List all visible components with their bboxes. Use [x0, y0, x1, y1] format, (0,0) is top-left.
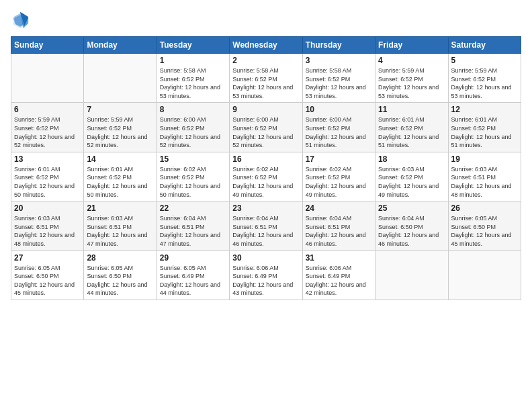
- day-detail: Sunrise: 6:02 AM Sunset: 6:52 PM Dayligh…: [232, 165, 299, 199]
- day-detail: Sunrise: 5:58 AM Sunset: 6:52 PM Dayligh…: [232, 66, 299, 100]
- day-detail: Sunrise: 6:01 AM Sunset: 6:52 PM Dayligh…: [14, 165, 81, 199]
- day-detail: Sunrise: 6:05 AM Sunset: 6:50 PM Dayligh…: [87, 264, 153, 298]
- weekday-header-row: SundayMondayTuesdayWednesdayThursdayFrid…: [11, 37, 521, 54]
- day-detail: Sunrise: 6:05 AM Sunset: 6:50 PM Dayligh…: [14, 264, 81, 298]
- day-number: 31: [306, 253, 372, 263]
- calendar-cell: 12Sunrise: 6:01 AM Sunset: 6:52 PM Dayli…: [448, 103, 521, 152]
- day-detail: Sunrise: 6:02 AM Sunset: 6:52 PM Dayligh…: [306, 165, 372, 199]
- calendar-cell: 29Sunrise: 6:05 AM Sunset: 6:49 PM Dayli…: [157, 250, 229, 300]
- day-number: 19: [451, 154, 518, 164]
- day-number: 28: [87, 253, 153, 263]
- day-detail: Sunrise: 5:58 AM Sunset: 6:52 PM Dayligh…: [160, 66, 226, 100]
- day-detail: Sunrise: 6:05 AM Sunset: 6:50 PM Dayligh…: [451, 214, 518, 248]
- day-number: 27: [14, 253, 81, 263]
- calendar-cell: 27Sunrise: 6:05 AM Sunset: 6:50 PM Dayli…: [11, 250, 84, 300]
- calendar-cell: 20Sunrise: 6:03 AM Sunset: 6:51 PM Dayli…: [11, 201, 84, 250]
- weekday-header-saturday: Saturday: [448, 37, 521, 54]
- header: [11, 11, 521, 30]
- day-detail: Sunrise: 6:03 AM Sunset: 6:51 PM Dayligh…: [451, 165, 518, 199]
- calendar-cell: 24Sunrise: 6:04 AM Sunset: 6:51 PM Dayli…: [302, 201, 375, 250]
- calendar-week-2: 6Sunrise: 5:59 AM Sunset: 6:52 PM Daylig…: [11, 103, 521, 152]
- calendar-cell: 28Sunrise: 6:05 AM Sunset: 6:50 PM Dayli…: [84, 250, 157, 300]
- calendar-week-1: 1Sunrise: 5:58 AM Sunset: 6:52 PM Daylig…: [11, 54, 521, 103]
- page: SundayMondayTuesdayWednesdayThursdayFrid…: [0, 0, 532, 411]
- calendar-cell: 7Sunrise: 5:59 AM Sunset: 6:52 PM Daylig…: [84, 103, 157, 152]
- calendar-cell: 14Sunrise: 6:01 AM Sunset: 6:52 PM Dayli…: [84, 152, 157, 201]
- day-number: 30: [232, 253, 299, 263]
- calendar-cell: 13Sunrise: 6:01 AM Sunset: 6:52 PM Dayli…: [11, 152, 84, 201]
- calendar-table: SundayMondayTuesdayWednesdayThursdayFrid…: [11, 36, 521, 300]
- day-detail: Sunrise: 5:59 AM Sunset: 6:52 PM Dayligh…: [14, 116, 81, 149]
- calendar-cell: 5Sunrise: 5:59 AM Sunset: 6:52 PM Daylig…: [448, 54, 521, 103]
- day-detail: Sunrise: 6:03 AM Sunset: 6:51 PM Dayligh…: [14, 214, 81, 248]
- day-number: 16: [232, 154, 299, 164]
- calendar-cell: 31Sunrise: 6:06 AM Sunset: 6:49 PM Dayli…: [302, 250, 375, 300]
- day-detail: Sunrise: 5:59 AM Sunset: 6:52 PM Dayligh…: [378, 66, 445, 100]
- day-detail: Sunrise: 6:04 AM Sunset: 6:51 PM Dayligh…: [232, 214, 299, 248]
- day-number: 18: [378, 154, 445, 164]
- weekday-header-wednesday: Wednesday: [230, 37, 302, 54]
- calendar-cell: 11Sunrise: 6:01 AM Sunset: 6:52 PM Dayli…: [375, 103, 448, 152]
- day-number: 20: [14, 203, 81, 213]
- calendar-cell: 2Sunrise: 5:58 AM Sunset: 6:52 PM Daylig…: [230, 54, 302, 103]
- calendar-week-3: 13Sunrise: 6:01 AM Sunset: 6:52 PM Dayli…: [11, 152, 521, 201]
- day-detail: Sunrise: 6:04 AM Sunset: 6:50 PM Dayligh…: [378, 214, 445, 248]
- day-number: 21: [87, 203, 153, 213]
- day-detail: Sunrise: 6:00 AM Sunset: 6:52 PM Dayligh…: [160, 116, 226, 149]
- calendar-cell: [11, 54, 84, 103]
- day-number: 12: [451, 105, 518, 114]
- day-number: 11: [378, 105, 445, 114]
- day-number: 5: [451, 56, 518, 65]
- day-detail: Sunrise: 5:59 AM Sunset: 6:52 PM Dayligh…: [87, 116, 153, 149]
- calendar-cell: 21Sunrise: 6:03 AM Sunset: 6:51 PM Dayli…: [84, 201, 157, 250]
- day-number: 23: [232, 203, 299, 213]
- day-number: 9: [232, 105, 299, 114]
- day-detail: Sunrise: 6:03 AM Sunset: 6:52 PM Dayligh…: [378, 165, 445, 199]
- calendar-cell: 1Sunrise: 5:58 AM Sunset: 6:52 PM Daylig…: [157, 54, 229, 103]
- day-detail: Sunrise: 6:02 AM Sunset: 6:52 PM Dayligh…: [160, 165, 226, 199]
- calendar-cell: [448, 250, 521, 300]
- day-detail: Sunrise: 6:00 AM Sunset: 6:52 PM Dayligh…: [232, 116, 299, 149]
- day-detail: Sunrise: 6:01 AM Sunset: 6:52 PM Dayligh…: [378, 116, 445, 149]
- day-detail: Sunrise: 6:00 AM Sunset: 6:52 PM Dayligh…: [306, 116, 372, 149]
- calendar-week-4: 20Sunrise: 6:03 AM Sunset: 6:51 PM Dayli…: [11, 201, 521, 250]
- calendar-cell: 17Sunrise: 6:02 AM Sunset: 6:52 PM Dayli…: [302, 152, 375, 201]
- day-number: 1: [160, 56, 226, 65]
- calendar-week-5: 27Sunrise: 6:05 AM Sunset: 6:50 PM Dayli…: [11, 250, 521, 300]
- day-detail: Sunrise: 6:01 AM Sunset: 6:52 PM Dayligh…: [451, 116, 518, 149]
- calendar-cell: 3Sunrise: 5:58 AM Sunset: 6:52 PM Daylig…: [302, 54, 375, 103]
- day-number: 26: [451, 203, 518, 213]
- day-number: 2: [232, 56, 299, 65]
- day-number: 13: [14, 154, 81, 164]
- weekday-header-friday: Friday: [375, 37, 448, 54]
- calendar-cell: 8Sunrise: 6:00 AM Sunset: 6:52 PM Daylig…: [157, 103, 229, 152]
- day-number: 3: [306, 56, 372, 65]
- day-number: 14: [87, 154, 153, 164]
- day-number: 7: [87, 105, 153, 114]
- day-number: 15: [160, 154, 226, 164]
- day-number: 8: [160, 105, 226, 114]
- day-number: 25: [378, 203, 445, 213]
- weekday-header-tuesday: Tuesday: [157, 37, 229, 54]
- calendar-cell: [84, 54, 157, 103]
- calendar-cell: 9Sunrise: 6:00 AM Sunset: 6:52 PM Daylig…: [230, 103, 302, 152]
- calendar-cell: 15Sunrise: 6:02 AM Sunset: 6:52 PM Dayli…: [157, 152, 229, 201]
- calendar-cell: 18Sunrise: 6:03 AM Sunset: 6:52 PM Dayli…: [375, 152, 448, 201]
- day-number: 17: [306, 154, 372, 164]
- day-detail: Sunrise: 6:06 AM Sunset: 6:49 PM Dayligh…: [306, 264, 372, 298]
- day-number: 24: [306, 203, 372, 213]
- day-number: 6: [14, 105, 81, 114]
- day-detail: Sunrise: 6:03 AM Sunset: 6:51 PM Dayligh…: [87, 214, 153, 248]
- day-detail: Sunrise: 6:04 AM Sunset: 6:51 PM Dayligh…: [160, 214, 226, 248]
- day-number: 4: [378, 56, 445, 65]
- day-detail: Sunrise: 5:58 AM Sunset: 6:52 PM Dayligh…: [306, 66, 372, 100]
- logo-icon: [11, 11, 30, 30]
- day-detail: Sunrise: 6:01 AM Sunset: 6:52 PM Dayligh…: [87, 165, 153, 199]
- day-number: 22: [160, 203, 226, 213]
- day-detail: Sunrise: 6:06 AM Sunset: 6:49 PM Dayligh…: [232, 264, 299, 298]
- calendar-cell: 19Sunrise: 6:03 AM Sunset: 6:51 PM Dayli…: [448, 152, 521, 201]
- calendar-cell: [375, 250, 448, 300]
- day-detail: Sunrise: 6:04 AM Sunset: 6:51 PM Dayligh…: [306, 214, 372, 248]
- weekday-header-monday: Monday: [84, 37, 157, 54]
- calendar-cell: 25Sunrise: 6:04 AM Sunset: 6:50 PM Dayli…: [375, 201, 448, 250]
